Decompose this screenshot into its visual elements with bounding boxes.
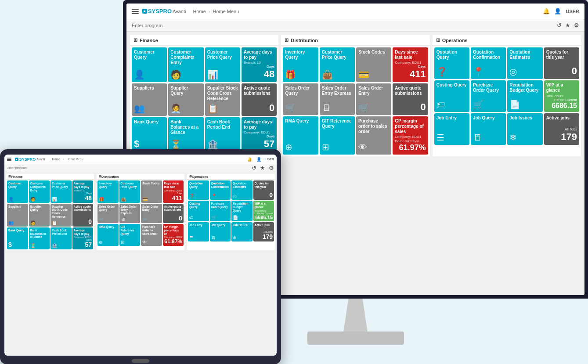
tablet-section-distribution: ⊞ Distribution Inventory Query 🎁 Custome… (97, 174, 184, 250)
tile-purchase-order-sales[interactable]: Purchase order to sales order 👁 (356, 116, 391, 155)
tile-sales-order-express[interactable]: Sales Order Entry Express 🖥 (320, 83, 355, 115)
tablet-tile-active-jobs[interactable]: Active jobs All Jobs 179 (253, 222, 274, 241)
tablet-tile-sales-query[interactable]: Sales Order Query 🛒 (97, 204, 119, 223)
tablet-refresh-icon[interactable]: ↺ (252, 165, 256, 171)
finance-title: Finance (140, 38, 158, 43)
tablet-home-button[interactable] (132, 359, 149, 363)
tile-supplier-query[interactable]: Supplier Query 🧑‍💼 (168, 83, 203, 116)
breadcrumb-home-menu[interactable]: Home Menu (213, 9, 239, 14)
tablet-tile-bank-query[interactable]: Bank Query $ (7, 227, 28, 250)
tile-quotation-estimates[interactable]: Quotation Estimates ◎ (507, 47, 542, 79)
settings-icon[interactable]: ⚙ (574, 22, 579, 29)
monitor-stand-neck (338, 299, 373, 334)
tile-stock-codes[interactable]: Stock Codes 💳 (356, 47, 391, 82)
tablet-tile-wip[interactable]: WIP at a glance Total hours Period Curre… (253, 201, 274, 221)
header-actions: 🔔 👤 USER (543, 8, 579, 14)
tile-sales-order-query[interactable]: Sales Order Query 🛒 (283, 83, 318, 115)
tablet-bell-icon[interactable]: 🔔 (247, 157, 252, 162)
tablet-tile-quot-confirm[interactable]: Quotation Confirmation 📍 (210, 180, 231, 200)
tile-purchase-order-query[interactable]: Purchase Order Query 🛒 (471, 80, 506, 112)
finance-tiles: Customer Query 👤 Customer Complaints Ent… (130, 46, 278, 154)
tablet-tile-cash-book[interactable]: Cash Book Period End 🏦 (51, 227, 72, 250)
tile-quotation-confirmation[interactable]: Quotation Confirmation 📍 (471, 47, 506, 79)
hamburger-menu[interactable] (132, 9, 139, 14)
tablet-tile-avg-days1[interactable]: Average days to pay Branch: 10 Days 48 (72, 180, 94, 203)
tile-job-query[interactable]: Job Query 🖥 (471, 113, 506, 145)
tile-active-quote-f[interactable]: Active quote submissions 0 (242, 83, 277, 116)
tablet-tile-customer-price[interactable]: Customer Price Query 📊 (51, 180, 72, 203)
tile-sales-order-entry[interactable]: Sales Order Entry 🛒 (356, 83, 391, 115)
tablet-tile-sales-entry[interactable]: Sales Order Entry 🛒 (141, 204, 162, 223)
tablet-tile-supplier-stock[interactable]: Supplier Stock Code Cross Reference 📋 (51, 204, 72, 227)
tile-bank-query[interactable]: Bank Query $ (132, 117, 167, 152)
tablet-tile-active-quote-f[interactable]: Active quote submissions 0 (72, 204, 94, 227)
tile-bank-balances[interactable]: Bank Balances at a Glance ⏳ (168, 117, 203, 152)
tile-customer-price-d[interactable]: Customer Price Query 👜 (320, 47, 355, 82)
tile-git-reference[interactable]: GIT Reference Query ⊞ (320, 116, 355, 155)
tablet-tile-avg-days2[interactable]: Average days to pay Company: EDU1 Days 5… (72, 227, 94, 250)
tablet-tile-requisition[interactable]: Requisition Budget Query 📄 (231, 201, 253, 221)
tile-gp-margin[interactable]: GP margin percentage of sales Company: E… (393, 116, 428, 155)
tablet-tile-purchase-sales[interactable]: Purchase order to sales order 👁 (141, 224, 162, 246)
tile-wip-glance[interactable]: WIP at a glance Total hours Period Curre… (544, 80, 579, 112)
tablet-section-finance: ⊞ Finance Customer Query 👤 Customer Comp… (6, 174, 94, 250)
tablet-operations-header: ⊞ Operations (187, 174, 275, 180)
star-icon[interactable]: ★ (565, 22, 570, 29)
tile-job-issues[interactable]: Job Issues ❄ (507, 113, 542, 145)
tablet-tile-days-since-sale[interactable]: Days since last sale Company: EDU1 Days … (163, 180, 184, 203)
tablet-tile-git[interactable]: GIT Reference Query ⊞ (119, 224, 141, 246)
tile-supplier-stock-code[interactable]: Supplier Stock Code Cross Reference 📋 (205, 83, 240, 116)
tablet-tile-customer-query[interactable]: Customer Query 👤 (7, 180, 28, 203)
tablet-tile-gp-margin[interactable]: GP margin percentage of Company: EDU1 61… (163, 224, 184, 246)
tablet-tile-supplier-query[interactable]: Supplier Query 🧑 (29, 204, 50, 227)
tablet-tile-job-query[interactable]: Job Query 🖥 (210, 222, 231, 241)
tile-active-jobs[interactable]: Active jobs All Jobs 179 (544, 113, 579, 145)
tablet-hamburger[interactable] (7, 158, 11, 161)
tile-costing-query[interactable]: Costing Query 🏷 (434, 80, 469, 112)
tablet-tile-quot-estimates[interactable]: Quotation Estimates ◎ (231, 180, 253, 200)
tile-avg-days-pay2[interactable]: Average days to pay Company: EDU1 Days 5… (242, 117, 277, 152)
tablet-tile-suppliers[interactable]: Suppliers 👥 (7, 204, 28, 227)
tablet-star-icon[interactable]: ★ (260, 165, 265, 171)
tablet-tile-stock-codes[interactable]: Stock Codes 💳 (141, 180, 162, 203)
tile-rma-query[interactable]: RMA Query ⊕ (283, 116, 318, 155)
tablet-user-label: USER (266, 158, 274, 161)
breadcrumb-home[interactable]: Home (193, 9, 206, 14)
tile-avg-days-pay1[interactable]: Average days to pay Branch: 10 Days 48 (242, 47, 277, 82)
tablet-breadcrumb-home[interactable]: Home (52, 158, 60, 161)
tile-active-quote-d[interactable]: Active quote submissions 0 (393, 83, 428, 115)
tile-customer-complaints[interactable]: Customer Complaints Entry 🧑 (168, 47, 203, 82)
tablet-tile-rma[interactable]: RMA Query ⊕ (97, 224, 119, 246)
tile-inventory-query[interactable]: Inventory Query 🎁 (283, 47, 318, 82)
tablet-tile-quot-query[interactable]: Quotation Query ❓ (188, 180, 209, 200)
tablet-settings-icon[interactable]: ⚙ (269, 165, 274, 171)
tile-customer-query[interactable]: Customer Query 👤 (132, 47, 167, 82)
tablet-tile-inventory[interactable]: Inventory Query 🎁 (97, 180, 119, 203)
tile-days-since-sale[interactable]: Days since last sale Company: EDU1 Days … (393, 47, 428, 82)
tablet-app-main: ⊞ Finance Customer Query 👤 Customer Comp… (4, 172, 277, 356)
tablet-tile-bank-balances[interactable]: Bank Balances at a Glance ⏳ (29, 227, 50, 250)
bell-icon[interactable]: 🔔 (543, 8, 550, 14)
tablet-tile-po-query[interactable]: Purchase Order Query 🛒 (210, 201, 231, 221)
tablet-search-input[interactable] (7, 166, 252, 169)
refresh-icon[interactable]: ↺ (557, 22, 562, 29)
tablet-tile-quotes-year[interactable]: Quotes for this year 0 (253, 180, 274, 200)
tablet-tile-costing[interactable]: Costing Query 🏷 (188, 201, 209, 221)
tile-cash-book[interactable]: Cash Book Period End 🏦 (205, 117, 240, 152)
tile-requisition-budget[interactable]: Requisition Budget Query 📄 (507, 80, 542, 112)
tile-quotation-query[interactable]: Quotation Query ❓ (434, 47, 469, 79)
tablet-tile-active-quote-d[interactable]: Active quote submissions 0 (163, 204, 184, 223)
tablet-tile-job-issues[interactable]: Job Issues ❄ (231, 222, 253, 241)
tablet-tile-customer-complaints[interactable]: Customer Complaints Entry 🧑 (29, 180, 50, 203)
tile-job-entry[interactable]: Job Entry ☰ (434, 113, 469, 145)
tablet-tile-sales-express[interactable]: Sales Order Entry Express 🖥 (119, 204, 141, 223)
search-input[interactable] (132, 23, 557, 28)
tablet-user-icon[interactable]: 👤 (256, 157, 261, 162)
tablet-tile-cust-price-d[interactable]: Customer Price Query 👜 (119, 180, 141, 203)
tablet-breadcrumb-menu[interactable]: Home Menu (67, 158, 83, 161)
user-icon[interactable]: 👤 (554, 8, 561, 14)
tablet-tile-job-entry[interactable]: Job Entry ☰ (188, 222, 209, 241)
tile-quotes-year[interactable]: Quotes for this year 0 (544, 47, 579, 79)
tile-customer-price-query[interactable]: Customer Price Query 📊 (205, 47, 240, 82)
tile-suppliers[interactable]: Suppliers 👥 (132, 83, 167, 116)
